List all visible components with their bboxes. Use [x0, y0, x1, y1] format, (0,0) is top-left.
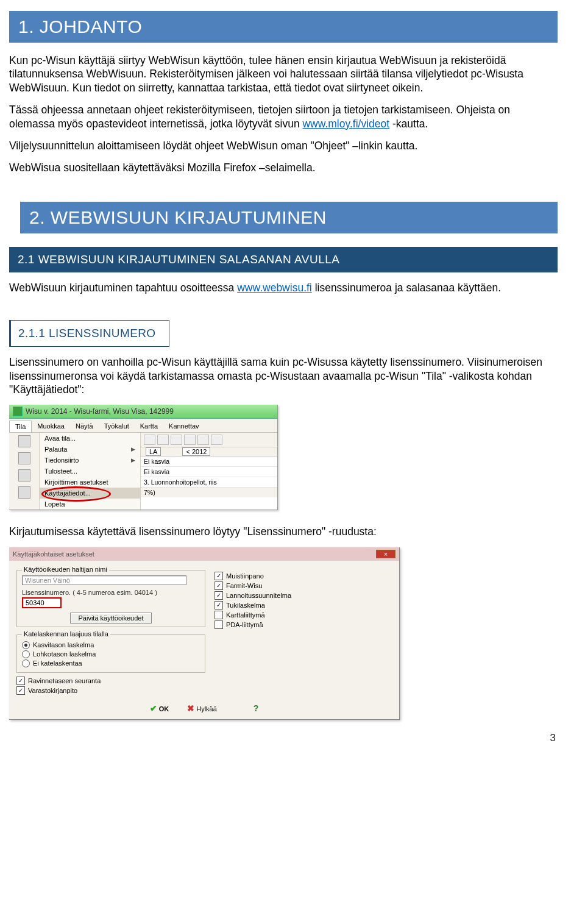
x-icon: ✖ [187, 703, 194, 713]
link-video[interactable]: www.mloy.fi/videot [302, 118, 389, 130]
dialog-footer: ✔ OK ✖ Hylkää ? [9, 700, 399, 719]
link-webwisu[interactable]: www.webwisu.fi [237, 282, 312, 294]
paragraph-login: WebWisuun kirjautuminen tapahtuu osoitte… [9, 281, 558, 294]
check-varastokirjanpito[interactable]: Varastokirjanpito [16, 686, 205, 695]
toolbar-icon[interactable] [18, 469, 30, 482]
menu-muokkaa[interactable]: Muokkaa [32, 421, 70, 432]
label: Muistiinpano [226, 572, 264, 580]
checkbox-icon [214, 601, 223, 609]
menu-item-tulosteet[interactable]: Tulosteet... [40, 466, 140, 477]
content-toolbar [141, 433, 277, 447]
paragraph-intro-3: Viljelysuunnittelun aloittamiseen löydät… [9, 139, 558, 152]
text: Tässä ohjeessa annetaan ohjeet rekisterö… [9, 104, 510, 129]
tool-btn[interactable] [197, 435, 209, 445]
tool-btn[interactable] [144, 435, 155, 445]
menu-item-tiedonsiirto[interactable]: Tiedonsiirto▶ [40, 455, 140, 466]
menu-nayta[interactable]: Näytä [70, 421, 99, 432]
text: lisenssinumeroa ja salasanaa käyttäen. [315, 282, 501, 294]
label: Lannoitussuunnitelma [226, 592, 291, 599]
menu-item-avaa[interactable]: Avaa tila... [40, 433, 140, 444]
label: Tiedonsiirto [44, 457, 79, 464]
screenshot-app-menu: Wisu v. 2014 - Wisu-farmi, Wisu Visa, 14… [9, 405, 278, 510]
radio-lohkotason[interactable]: Lohkotason laskelma [22, 650, 200, 658]
toolbar-icon[interactable] [18, 435, 30, 447]
group-katelaskenta: Katelaskennan laajuus tilalla Kasvitason… [16, 634, 205, 673]
menu-item-palauta[interactable]: Palauta▶ [40, 444, 140, 455]
label: Kirjoittimen asetukset [44, 478, 108, 486]
label: Farmit-Wisu [226, 582, 262, 589]
paragraph-intro-2: Tässä ohjeessa annetaan ohjeet rekisterö… [9, 103, 558, 130]
menu-kannettav[interactable]: Kannettav [163, 421, 205, 432]
grid-row: Ei kasvia [141, 457, 277, 467]
tool-btn[interactable] [171, 435, 182, 445]
toolbar-icon[interactable] [18, 452, 30, 464]
check-lannoitussuunnitelma[interactable]: Lannoitussuunnitelma [214, 591, 392, 600]
dialog-titlebar: Käyttäjäkohtaiset asetukset × [9, 547, 399, 561]
update-rights-button[interactable]: Päivitä käyttöoikeudet [70, 613, 151, 624]
menu-item-kirjoittimen[interactable]: Kirjoittimen asetukset [40, 477, 140, 488]
pct-label: 7%) [144, 489, 155, 496]
close-icon[interactable]: × [376, 550, 395, 558]
heading-2-1: 2.1 WEBWISUUN KIRJAUTUMINEN SALASANAN AV… [9, 247, 558, 272]
app-menubar: Tila Muokkaa Näytä Työkalut Kartta Kanne… [9, 419, 277, 433]
paragraph-intro-4: WebWisua suositellaan käytettäväksi Mozi… [9, 161, 558, 174]
label: Avaa tila... [44, 435, 76, 442]
dialog-title: Käyttäjäkohtaiset asetukset [13, 550, 94, 558]
menu-item-kayttajatiedot[interactable]: Käyttäjätiedot... [40, 488, 140, 499]
radio-kasvitason[interactable]: Kasvitason laskelma [22, 641, 200, 649]
check-ravinnetase[interactable]: Ravinnetaseen seuranta [16, 677, 205, 685]
radio-ei-katelaskentaa[interactable]: Ei katelaskentaa [22, 659, 200, 667]
check-karttaliittyma[interactable]: Karttaliittymä [214, 611, 392, 619]
menu-kartta[interactable]: Kartta [135, 421, 163, 432]
cancel-button[interactable]: ✖ Hylkää [187, 703, 217, 713]
screenshot-settings-dialog: Käyttäjäkohtaiset asetukset × Käyttöoike… [9, 547, 400, 720]
tool-btn[interactable] [157, 435, 169, 445]
grid-row: 3. Luonnonhoitopellot, riis [141, 477, 277, 488]
paragraph-license: Lisenssinumero on vanhoilla pc-Wisun käy… [9, 355, 558, 396]
label: Kasvitason laskelma [33, 641, 94, 649]
ok-button[interactable]: ✔ OK [150, 703, 169, 713]
checkbox-icon [16, 686, 25, 695]
check-icon: ✔ [150, 703, 157, 713]
label: Tulosteet... [44, 467, 77, 475]
heading-2: 2. WEBWISUUN KIRJAUTUMINEN [20, 202, 558, 233]
selector-la[interactable]: LA [146, 447, 161, 456]
check-farmit-wisu[interactable]: Farmit-Wisu [214, 581, 392, 590]
menu-tyokalut[interactable]: Työkalut [99, 421, 135, 432]
owner-name-field[interactable]: Wisunen Väinö [22, 575, 186, 585]
radio-icon [22, 641, 30, 649]
tool-btn[interactable] [211, 435, 222, 445]
checkbox-icon [214, 581, 223, 590]
paragraph-license-loc: Kirjautumisessa käytettävä lisenssinumer… [9, 525, 558, 538]
label: Hylkää [196, 705, 217, 713]
group-label: Käyttöoikeuden haltijan nimi [22, 566, 109, 573]
radio-icon [22, 659, 30, 667]
check-tukilaskelma[interactable]: Tukilaskelma [214, 601, 392, 609]
submenu-arrow-icon: ▶ [131, 457, 135, 463]
selector-year[interactable]: < 2012 [182, 447, 210, 456]
side-toolbar [9, 433, 40, 510]
label: Lopeta [44, 500, 65, 508]
checkbox-icon [16, 677, 25, 685]
group-label: Katelaskennan laajuus tilalla [22, 630, 110, 638]
license-number-field[interactable]: 50340 [22, 597, 62, 608]
toolbar-icon[interactable] [18, 486, 30, 499]
license-label: Lisenssinumero. ( 4-5 numeroa esim. 0401… [22, 589, 200, 596]
label: Tukilaskelma [226, 602, 265, 609]
app-titlebar: Wisu v. 2014 - Wisu-farmi, Wisu Visa, 14… [9, 405, 277, 419]
label: Palauta [44, 446, 67, 453]
dropdown-menu: Avaa tila... Palauta▶ Tiedonsiirto▶ Tulo… [40, 433, 141, 510]
label: Käyttäjätiedot... [44, 489, 91, 497]
radio-icon [22, 650, 30, 658]
submenu-arrow-icon: ▶ [131, 446, 135, 452]
check-pda-liittyma[interactable]: PDA-liittymä [214, 620, 392, 629]
checkbox-icon [214, 611, 223, 619]
label: Varastokirjanpito [28, 687, 77, 694]
menu-item-lopeta[interactable]: Lopeta [40, 499, 140, 510]
check-muistiinpano[interactable]: Muistiinpano [214, 572, 392, 580]
help-icon[interactable]: ? [254, 703, 259, 713]
tool-btn[interactable] [184, 435, 196, 445]
label: Lohkotason laskelma [33, 650, 96, 658]
page-number: 3 [9, 732, 558, 744]
menu-tila[interactable]: Tila [9, 421, 32, 432]
